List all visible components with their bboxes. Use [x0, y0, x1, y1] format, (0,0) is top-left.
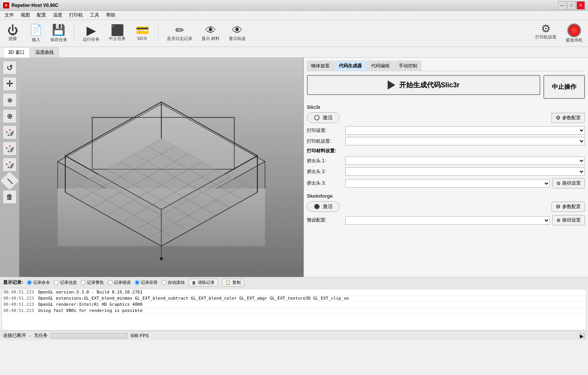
skeinforge-path-button[interactable]: ⚙ 路径设置	[552, 215, 585, 225]
view2-button[interactable]: 🎲	[3, 142, 17, 155]
draw-line-button[interactable]: |	[0, 171, 19, 191]
print-settings-select-wrapper	[345, 126, 585, 135]
toolbar: ⏻ 连接 📄 载入 💾 保存任务 ▶ 运行任务 ⬛ 中止任务 💳 SD卡 ✏ 是…	[0, 20, 588, 47]
log-entry-0: 08:48:51.223 OpenGL version:3.3.0 - Buil…	[2, 289, 586, 295]
extruder2-row: 挤出头 2:	[307, 167, 585, 176]
menu-help[interactable]: 帮助	[103, 11, 118, 19]
preset-config-row: 预设配置: ⚙ 路径设置	[307, 215, 585, 225]
log-info-radio-label[interactable]: 记录信息	[54, 280, 77, 285]
sd-button[interactable]: 💳 SD卡	[133, 24, 152, 42]
menu-file[interactable]: 文件	[2, 11, 17, 19]
log-info-radio[interactable]	[54, 280, 59, 285]
extruder3-select[interactable]	[345, 179, 550, 188]
load-button[interactable]: 📄	[27, 24, 45, 36]
close-button[interactable]: ✕	[576, 1, 585, 10]
copy-icon: 📋	[225, 280, 231, 285]
toolbar-sep-1	[74, 24, 74, 43]
tab-object-place[interactable]: 物体放置	[307, 61, 334, 71]
tab-code-edit[interactable]: 代码编辑	[367, 61, 394, 71]
skeinforge-activate-button[interactable]: 激活	[307, 201, 340, 212]
printer-settings-select[interactable]	[345, 137, 585, 145]
titlebar-controls[interactable]: — □ ✕	[558, 1, 585, 10]
menu-printer[interactable]: 打印机	[66, 11, 86, 19]
printer-settings-row: 打印机设置:	[307, 137, 585, 145]
log-cmd-radio-label[interactable]: 记录命令	[27, 280, 50, 285]
run-button[interactable]: ▶ 运行任务	[80, 23, 102, 43]
log-error-radio[interactable]	[108, 280, 113, 285]
log-reply-radio[interactable]	[135, 280, 140, 285]
stop-task-label: 中止任务	[109, 36, 126, 42]
save-button[interactable]: 💾	[50, 24, 68, 36]
clear-log-button[interactable]: 🗑 清除记录	[188, 278, 218, 287]
slic3r-activate-button[interactable]: 激活	[307, 112, 340, 123]
start-generate-button[interactable]: 开始生成代码Slic3r	[307, 75, 540, 95]
tab-temp-curve[interactable]: 温度曲线	[30, 47, 59, 57]
slic3r-activate-row: 激活 ⚙ 参数配置	[307, 112, 585, 123]
log-content[interactable]: 08:48:51.223 OpenGL version:3.3.0 - Buil…	[2, 289, 586, 330]
minimize-button[interactable]: —	[558, 1, 566, 10]
extruder3-row: 挤出头 3: ⚙ 路径设置	[307, 178, 585, 188]
log-error-radio-label[interactable]: 记录错误	[108, 280, 131, 285]
sd-icon: 💳	[136, 25, 149, 36]
stop-operation-button[interactable]: 中止操作	[543, 75, 585, 99]
scroll-right-button[interactable]: ▶	[580, 333, 585, 338]
log-cmd-radio[interactable]	[27, 280, 32, 285]
preset-config-label: 预设配置:	[307, 217, 345, 223]
log-button[interactable]: ✏ 是否日志记录	[165, 24, 195, 42]
extruder1-select[interactable]	[345, 157, 585, 165]
menu-tools[interactable]: 工具	[87, 11, 102, 19]
delete-button[interactable]: 🗑	[3, 190, 17, 204]
preset-config-select[interactable]	[345, 216, 550, 225]
slic3r-radio	[314, 115, 320, 120]
left-toolbar: ↺ ✛ ⊕ ⊕ 🎲 🎲 🎲 | 🗑	[0, 58, 19, 277]
load-icon: 📄	[29, 25, 43, 35]
menu-temp[interactable]: 温度	[50, 11, 65, 19]
menu-config[interactable]: 配置	[34, 11, 49, 19]
show-path-button[interactable]: 👁 显示轨迹	[227, 24, 248, 42]
log-warn-label: 记录警告	[87, 280, 104, 285]
main-content: ↺ ✛ ⊕ ⊕ 🎲 🎲 🎲 | 🗑	[0, 58, 588, 277]
slic3r-params-button[interactable]: ⚙ 参数配置	[551, 113, 585, 123]
trash-icon: 🗑	[192, 280, 196, 285]
slic3r-params-label: 参数配置	[562, 115, 581, 121]
reset-view-button[interactable]: ↺	[3, 61, 17, 75]
log-msg-2: OpenGL renderer:Intel(R) HD Graphics 400…	[38, 302, 585, 307]
slic3r-path-button[interactable]: ⚙ 路径设置	[552, 178, 585, 188]
viewport: ↺ ✛ ⊕ ⊕ 🎲 🎲 🎲 | 🗑	[0, 58, 304, 277]
log-area-label: 显示记录:	[3, 279, 23, 286]
auto-scroll-radio[interactable]	[162, 280, 167, 285]
titlebar-left: R Repetier-Host V0.90C	[3, 2, 58, 8]
log-reply-radio-label[interactable]: 记录应答	[135, 280, 158, 285]
emergency-stop-button[interactable]: 紧急停机	[563, 23, 585, 44]
printer-settings-button[interactable]: ⚙ 打印机设置	[533, 23, 559, 44]
main-tabs: 3D 窗口 温度曲线	[0, 47, 588, 58]
skeinforge-radio	[314, 204, 320, 209]
print-settings-select[interactable]	[345, 126, 585, 135]
copy-button[interactable]: 📋 复制	[222, 278, 244, 287]
log-entry-3: 08:48:51.223 Using fast VBOs for renderi…	[2, 308, 586, 314]
extruder2-select[interactable]	[345, 167, 585, 176]
tab-manual-control[interactable]: 手动控制	[395, 61, 421, 71]
maximize-button[interactable]: □	[567, 1, 576, 10]
tab-slicer[interactable]: 代码生成器	[335, 61, 366, 71]
log-area: 显示记录: 记录命令 记录信息 记录警告 记录错误 记录应答 自动滚动 🗑	[0, 277, 588, 331]
log-warn-radio[interactable]	[81, 280, 86, 285]
connect-button[interactable]: ⏻ 连接	[3, 24, 22, 42]
3d-scene	[19, 58, 303, 277]
view3-button[interactable]: 🎲	[3, 158, 17, 172]
stop-btn-label: 中止操作	[552, 83, 576, 91]
zoom-button[interactable]: ⊕	[3, 109, 17, 123]
menu-view[interactable]: 视图	[18, 11, 33, 19]
log-warn-radio-label[interactable]: 记录警告	[81, 280, 104, 285]
move-button[interactable]: ✛	[3, 77, 17, 91]
rotate-button[interactable]: ⊕	[3, 93, 17, 107]
view1-button[interactable]: 🎲	[3, 125, 17, 139]
show-material-button[interactable]: 👁 显示 材料	[199, 24, 222, 42]
skeinforge-params-button[interactable]: ⚙ 参数配置	[551, 202, 585, 212]
auto-scroll-radio-label[interactable]: 自动滚动	[162, 280, 185, 285]
stop-task-button[interactable]: ⬛ 中止任务	[107, 24, 128, 42]
extruder3-select-wrapper	[345, 179, 550, 188]
app-title: Repetier-Host V0.90C	[12, 3, 58, 8]
tab-3d-window[interactable]: 3D 窗口	[3, 47, 30, 58]
log-entry-1: 08:48:51.223 OpenGL extensions:GL_EXT_bl…	[2, 295, 586, 302]
